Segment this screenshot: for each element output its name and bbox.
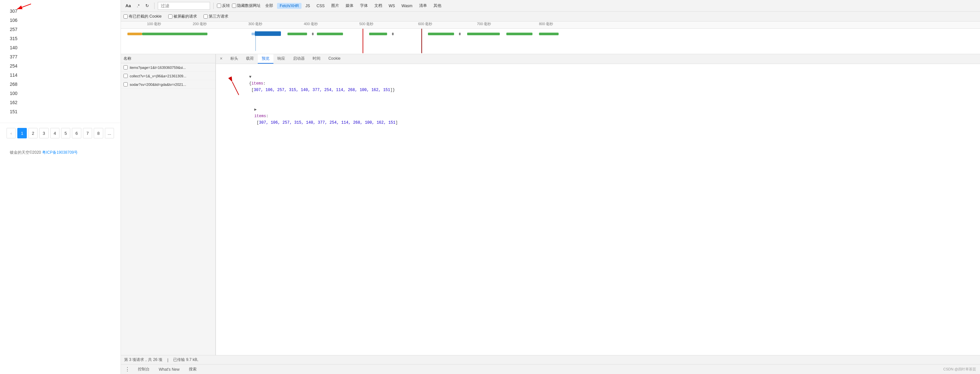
- separator: [154, 3, 154, 9]
- page-1-button[interactable]: 1: [18, 128, 27, 138]
- footer-icp-link[interactable]: 粤ICP备19038709号: [42, 150, 78, 155]
- page-2-button[interactable]: 2: [29, 128, 38, 138]
- track-bar-green1: [142, 33, 207, 35]
- hidden-url-label: 隐藏数据网址: [237, 3, 261, 8]
- page-4-button[interactable]: 4: [50, 128, 59, 138]
- search-tab[interactable]: 搜索: [188, 366, 198, 372]
- statusbar-separator: |: [167, 358, 168, 362]
- prev-page-button[interactable]: ‹: [6, 128, 16, 138]
- filter-fetch-xhr-button[interactable]: Fetch/XHR: [277, 3, 302, 9]
- timeline-area: 100 毫秒 200 毫秒 300 毫秒 400 毫秒 500 毫秒 600 毫…: [121, 22, 980, 54]
- items-list: 307 106 257 315 140 377 254 114: [0, 0, 121, 123]
- invert-checkbox[interactable]: [217, 3, 221, 8]
- track-bar-green3: [317, 33, 343, 35]
- blocked-reqs-checkbox[interactable]: [168, 14, 172, 19]
- request-checkbox-1[interactable]: [124, 65, 128, 70]
- console-tab[interactable]: 控制台: [137, 366, 151, 372]
- list-item: 100: [10, 89, 111, 98]
- devtools-bottombar: ⋮ 控制台 What's New 搜索 CSDN @四叶草茶芸: [121, 364, 980, 374]
- blocked-reqs-group: 被屏蔽的请求: [168, 14, 197, 19]
- ruler-400ms: 400 毫秒: [304, 22, 318, 27]
- timeline-red-line1: [363, 29, 363, 53]
- list-item: 106: [10, 16, 111, 25]
- filter-all-button[interactable]: 全部: [262, 2, 276, 9]
- payload-tab[interactable]: 载荷: [242, 54, 258, 63]
- devtools-panel: Aa .* ↻ 反转 隐藏数据网址 全部 Fetch/XHR JS CSS 图片…: [121, 0, 980, 374]
- left-panel: 307 106 257 315 140 377 254 114: [0, 0, 121, 374]
- checkboxes-row: 有已拦截的 Cookie 被屏蔽的请求 第三方请求: [121, 12, 980, 22]
- initiator-tab[interactable]: 启动器: [289, 54, 309, 63]
- ellipsis-button[interactable]: ...: [105, 128, 114, 138]
- invert-label: 反转: [222, 3, 230, 8]
- collapse-arrow-icon[interactable]: ▼: [249, 74, 251, 80]
- aa-button[interactable]: Aa: [124, 3, 133, 9]
- filter-other-button[interactable]: 其他: [431, 2, 444, 9]
- request-checkbox-2[interactable]: [124, 74, 128, 78]
- request-checkbox-3[interactable]: [124, 82, 128, 87]
- filter-css-button[interactable]: CSS: [314, 3, 327, 9]
- list-item: 114: [10, 70, 111, 80]
- filter-input[interactable]: [158, 2, 210, 10]
- timeline-ruler: 100 毫秒 200 毫秒 300 毫秒 400 毫秒 500 毫秒 600 毫…: [121, 22, 980, 29]
- network-header: 名称: [121, 54, 215, 63]
- list-item: 377: [10, 52, 111, 61]
- third-party-checkbox[interactable]: [204, 14, 208, 19]
- request-row-items[interactable]: items?page=1&t=1639360759&si...: [121, 63, 215, 72]
- track-bar-gray2: [392, 33, 394, 35]
- devtools-toolbar: Aa .* ↻ 反转 隐藏数据网址 全部 Fetch/XHR JS CSS 图片…: [121, 0, 980, 12]
- page-5-button[interactable]: 5: [61, 128, 70, 138]
- request-row-sodar[interactable]: sodar?sv=200&tid=gda&tv=r2021...: [121, 80, 215, 89]
- ruler-300ms: 300 毫秒: [248, 22, 262, 27]
- track-bar-green4: [369, 33, 387, 35]
- ruler-700ms: 700 毫秒: [477, 22, 491, 27]
- json-line-1: ▼ {items: [307, 106, 257, 315, 140, 377,…: [221, 67, 975, 100]
- filter-clear-button[interactable]: 清单: [417, 2, 430, 9]
- track-bar-gray1: [312, 33, 313, 35]
- filter-js-button[interactable]: JS: [303, 3, 313, 9]
- preview-content: ▼ {items: [307, 106, 257, 315, 140, 377,…: [216, 64, 980, 355]
- request-count-text: 第 3 项请求，共 26 项: [124, 357, 162, 363]
- requests-panel: 名称 items?page=1&t=1639360759&si... colle…: [121, 54, 216, 355]
- request-name-1: items?page=1&t=1639360759&si...: [130, 66, 186, 70]
- footer: 镀金的天空©2020 粤ICP备19038709号: [0, 143, 121, 162]
- ruler-200ms: 200 毫秒: [193, 22, 207, 27]
- timing-tab[interactable]: 时间: [309, 54, 325, 63]
- filter-ws-button[interactable]: WS: [386, 3, 398, 9]
- filter-doc-button[interactable]: 文档: [372, 2, 385, 9]
- cookie-tab[interactable]: Cookie: [325, 54, 344, 63]
- has-cookies-checkbox[interactable]: [124, 14, 128, 19]
- list-item: 268: [10, 80, 111, 89]
- filter-media-button[interactable]: 媒体: [343, 2, 356, 9]
- invert-checkbox-group: 反转: [217, 3, 230, 8]
- has-cookies-label: 有已拦截的 Cookie: [129, 14, 162, 19]
- timeline-cursor-line: [255, 31, 256, 51]
- expand-arrow-icon[interactable]: ▶: [254, 106, 256, 113]
- response-tab[interactable]: 响应: [274, 54, 289, 63]
- filter-img-button[interactable]: 图片: [329, 2, 342, 9]
- page-6-button[interactable]: 6: [72, 128, 81, 138]
- hidden-url-checkbox[interactable]: [232, 3, 236, 8]
- pagination: ‹ 1 2 3 4 5 6 7 8 ...: [0, 123, 121, 143]
- track-bar-blue-pre: [251, 33, 255, 35]
- items-list-container: 307 106 257 315 140 377 254 114: [0, 0, 121, 123]
- track-bar-blue-selected: [255, 31, 281, 36]
- filter-font-button[interactable]: 字体: [357, 2, 371, 9]
- headers-tab[interactable]: 标头: [226, 54, 242, 63]
- csdn-watermark: CSDN @四叶草茶芸: [943, 367, 976, 372]
- hidden-url-checkbox-group: 隐藏数据网址: [232, 3, 261, 8]
- devtools-menu-icon[interactable]: ⋮: [125, 366, 130, 372]
- whats-new-tab[interactable]: What's New: [158, 367, 181, 372]
- filter-wasm-button[interactable]: Wasm: [399, 3, 415, 9]
- page-8-button[interactable]: 8: [94, 128, 103, 138]
- request-row-collect[interactable]: collect?v=1&_v=j96&a=21361309...: [121, 72, 215, 80]
- list-item: 315: [10, 34, 111, 43]
- track-bar-gray3: [459, 33, 461, 35]
- preview-tab[interactable]: 预览: [258, 54, 274, 63]
- page-7-button[interactable]: 7: [83, 128, 92, 138]
- request-name-3: sodar?sv=200&tid=gda&tv=r2021...: [130, 82, 186, 87]
- refresh-button[interactable]: ↻: [143, 3, 151, 9]
- page-3-button[interactable]: 3: [39, 128, 48, 138]
- regex-button[interactable]: .*: [135, 3, 142, 9]
- close-detail-button[interactable]: ×: [216, 54, 226, 63]
- timeline-red-line2: [422, 29, 422, 53]
